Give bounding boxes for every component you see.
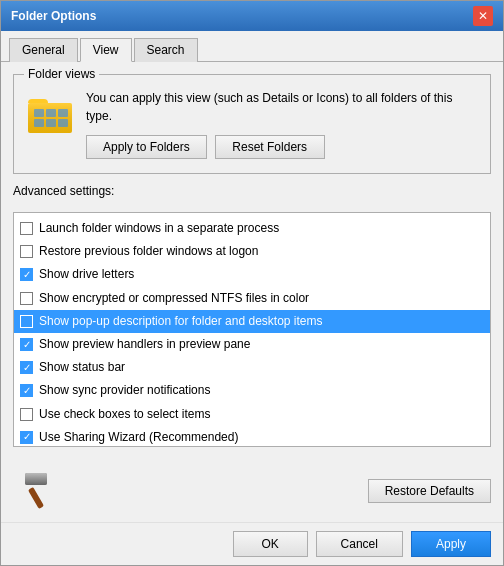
settings-list-container: Launch folder windows in a separate proc…: [13, 212, 491, 447]
settings-list[interactable]: Launch folder windows in a separate proc…: [14, 213, 490, 446]
list-item[interactable]: Use Sharing Wizard (Recommended): [14, 426, 490, 446]
svg-rect-7: [58, 119, 68, 127]
list-item-label: Show encrypted or compressed NTFS files …: [39, 289, 309, 308]
tab-view[interactable]: View: [80, 38, 132, 62]
tab-general[interactable]: General: [9, 38, 78, 62]
list-item-label: Show pop-up description for folder and d…: [39, 312, 323, 331]
folder-views-desc: You can apply this view (such as Details…: [86, 89, 478, 159]
svg-rect-9: [28, 487, 44, 509]
list-item[interactable]: Show preview handlers in preview pane: [14, 333, 490, 356]
checkbox-sharing-wizard[interactable]: [20, 431, 33, 444]
list-item-label: Show drive letters: [39, 265, 134, 284]
folder-options-window: Folder Options ✕ General View Search Fol…: [0, 0, 504, 566]
restore-defaults-button[interactable]: Restore Defaults: [368, 479, 491, 503]
cancel-button[interactable]: Cancel: [316, 531, 403, 557]
list-item[interactable]: Show drive letters: [14, 263, 490, 286]
list-item[interactable]: Show status bar: [14, 356, 490, 379]
close-button[interactable]: ✕: [473, 6, 493, 26]
folder-views-inner: You can apply this view (such as Details…: [26, 89, 478, 159]
bottom-buttons: OK Cancel Apply: [1, 522, 503, 565]
checkbox-restore-previous[interactable]: [20, 245, 33, 258]
svg-rect-2: [34, 109, 44, 117]
svg-rect-6: [46, 119, 56, 127]
tab-search[interactable]: Search: [134, 38, 198, 62]
list-item-label: Use Sharing Wizard (Recommended): [39, 428, 238, 446]
checkbox-show-encrypted[interactable]: [20, 292, 33, 305]
checkbox-launch-separate[interactable]: [20, 222, 33, 235]
list-item[interactable]: Launch folder windows in a separate proc…: [14, 217, 490, 240]
checkbox-checkboxes[interactable]: [20, 408, 33, 421]
ok-button[interactable]: OK: [233, 531, 308, 557]
svg-rect-5: [34, 119, 44, 127]
list-item[interactable]: Restore previous folder windows at logon: [14, 240, 490, 263]
reset-folders-button[interactable]: Reset Folders: [215, 135, 325, 159]
list-item[interactable]: Show sync provider notifications: [14, 379, 490, 402]
folder-views-buttons: Apply to Folders Reset Folders: [86, 135, 478, 159]
svg-rect-3: [46, 109, 56, 117]
list-item-label: Show sync provider notifications: [39, 381, 210, 400]
list-item-label: Show status bar: [39, 358, 125, 377]
list-item[interactable]: Show encrypted or compressed NTFS files …: [14, 287, 490, 310]
svg-rect-11: [25, 473, 47, 485]
footer-area: Restore Defaults: [1, 459, 503, 522]
folder-views-legend: Folder views: [24, 67, 99, 81]
list-item-highlighted[interactable]: Show pop-up description for folder and d…: [14, 310, 490, 333]
title-bar: Folder Options ✕: [1, 1, 503, 31]
folder-views-section: Folder views: [13, 74, 491, 174]
checkbox-preview-handlers[interactable]: [20, 338, 33, 351]
window-title: Folder Options: [11, 9, 96, 23]
list-item[interactable]: Use check boxes to select items: [14, 403, 490, 426]
folder-icon: [26, 89, 74, 137]
svg-rect-4: [58, 109, 68, 117]
checkbox-show-drive-letters[interactable]: [20, 268, 33, 281]
checkbox-sync[interactable]: [20, 384, 33, 397]
apply-button[interactable]: Apply: [411, 531, 491, 557]
svg-rect-1: [28, 103, 72, 133]
hammer-icon: [13, 465, 61, 516]
main-content: Folder views: [1, 62, 503, 459]
checkbox-status-bar[interactable]: [20, 361, 33, 374]
checkbox-show-popup[interactable]: [20, 315, 33, 328]
tab-bar: General View Search: [1, 31, 503, 62]
advanced-settings-label: Advanced settings:: [13, 184, 491, 198]
list-item-label: Use check boxes to select items: [39, 405, 210, 424]
list-item-label: Restore previous folder windows at logon: [39, 242, 258, 261]
apply-to-folders-button[interactable]: Apply to Folders: [86, 135, 207, 159]
list-item-label: Launch folder windows in a separate proc…: [39, 219, 279, 238]
list-item-label: Show preview handlers in preview pane: [39, 335, 250, 354]
